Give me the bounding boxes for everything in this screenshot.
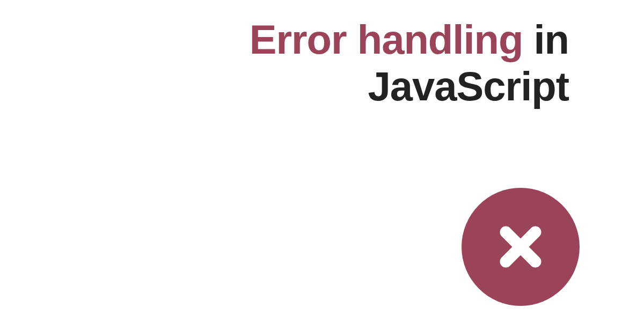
- x-icon: [491, 217, 550, 276]
- title-line-2: JavaScript: [250, 63, 569, 109]
- title-accent-text: Error handling: [250, 17, 523, 62]
- page-title: Error handling in JavaScript: [250, 16, 569, 110]
- error-x-circle-icon: [462, 188, 580, 306]
- title-line-1: Error handling in: [250, 16, 569, 63]
- title-dark-text-1: in: [523, 17, 569, 62]
